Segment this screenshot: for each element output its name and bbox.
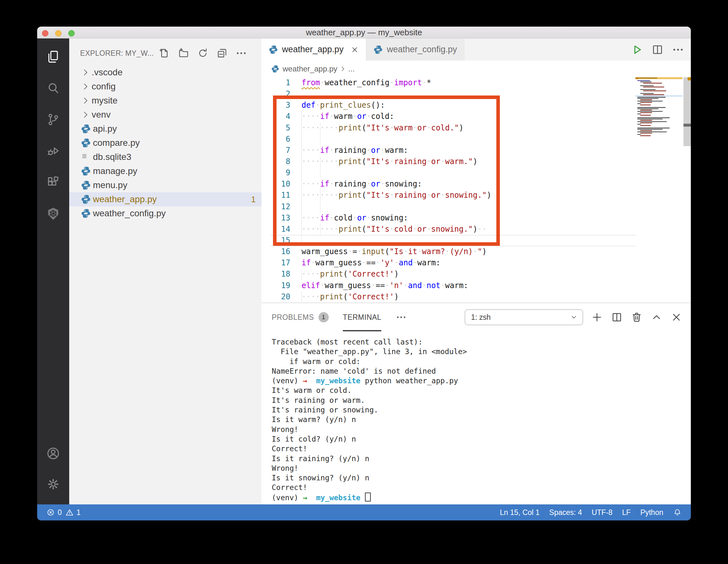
activity-item-run-debug[interactable] [46,144,61,158]
more-actions-button[interactable] [235,47,247,59]
activity-item-search[interactable] [46,81,61,95]
code-line-4[interactable]: 4····if·warm·or·cold: [261,111,691,122]
status-language-mode[interactable]: Python [640,508,663,517]
code-line-16[interactable]: 16warm_guess·=·input("Is·it·warm?·(y/n)·… [261,246,691,257]
shell-selector[interactable]: 1: zsh [465,309,583,325]
code-line-9[interactable]: 9 [261,167,691,178]
code-line-1[interactable]: 1from·weather_config·import·* [261,77,691,88]
minimap[interactable] [635,77,683,303]
panel-more-tabs-icon[interactable] [395,311,407,323]
kill-terminal-button[interactable] [631,311,643,323]
code-line-13[interactable]: 13····if·cold·or·snowing: [261,212,691,224]
activity-item-explorer[interactable] [46,49,61,64]
whitespace-dots: · [390,157,394,166]
code-line-12[interactable]: 12 [261,201,691,212]
code-line-11[interactable]: 11········print("It's·raining·or·snowing… [261,190,691,201]
close-panel-button[interactable] [670,311,683,323]
panel-tab-terminal[interactable]: TERMINAL [343,303,381,331]
new-terminal-button[interactable] [591,311,603,323]
editor[interactable]: 1from·weather_config·import·*23def·print… [261,77,691,303]
refresh-button[interactable] [197,47,209,59]
tree-item-menu-py[interactable]: menu.py [69,178,261,192]
code-token: "It's [366,123,389,132]
code-line-8[interactable]: 8········print("It's·raining·or·warm.") [261,156,691,167]
code-token: it [408,247,417,256]
editor-tab-weather_app-py[interactable]: weather_app.py [261,38,366,61]
breadcrumb-file[interactable]: weather_app.py [283,64,337,73]
activity-item-kubernetes[interactable] [46,206,61,221]
code-token: " [477,247,482,256]
whitespace-dots: · [426,225,431,234]
status-errors[interactable]: 0 [46,508,62,517]
whitespace-dots: · [441,157,445,166]
tree-item-api-py[interactable]: api.py [69,122,261,136]
close-tab-icon[interactable] [351,46,359,54]
tree-item--vscode[interactable]: .vscode [69,65,261,79]
terminal-output[interactable]: Traceback (most recent call last): File … [261,331,691,504]
minimap-line [637,121,667,122]
split-editor-button[interactable] [651,43,664,56]
whitespace-dots: · [320,78,325,87]
breadcrumb-more[interactable]: ... [348,64,355,73]
code-line-2[interactable]: 2 [261,88,691,100]
code-token: if [320,213,329,222]
whitespace-dots: · [441,281,445,290]
terminal-line: Is it cold? (y/n) n [272,434,691,444]
activity-item-settings[interactable] [46,477,61,492]
terminal-text: Correct! [272,444,307,453]
editor-tab-weather_config-py[interactable]: weather_config.py [366,38,464,61]
tree-item-manage-py[interactable]: manage.py [69,164,261,178]
code-line-15[interactable]: 15 [261,235,691,246]
run-file-button[interactable] [631,43,643,56]
tree-item-weather_app-py[interactable]: weather_app.py1 [69,192,261,206]
maximize-panel-button[interactable] [650,311,663,323]
activity-item-source-control[interactable] [46,112,61,127]
explorer-header: EXPLORER: MY_W... [69,38,261,65]
code-line-3[interactable]: 3def·print_clues(): [261,100,691,111]
status-eol[interactable]: LF [622,508,631,517]
code-line-10[interactable]: 10····if·raining·or·snowing: [261,178,691,190]
code-token: warm_guess [315,258,362,267]
close-window-button[interactable] [42,30,48,37]
activity-item-extensions[interactable] [46,175,61,190]
scrollbar-thumb[interactable] [683,77,691,146]
tree-item-weather_config-py[interactable]: weather_config.py [69,206,261,220]
code-line-20[interactable]: 20····print('Correct!') [261,291,691,303]
code-token: print_clues [320,101,371,110]
tree-item-compare-py[interactable]: compare.py [69,136,261,150]
terminal-text: Is it cold? (y/n) n [272,435,356,443]
minimize-window-button[interactable] [55,30,62,37]
activity-item-account[interactable] [46,446,61,461]
status-cursor-position[interactable]: Ln 15, Col 1 [500,508,540,517]
zoom-window-button[interactable] [68,30,75,37]
split-terminal-button[interactable] [611,311,623,323]
code-line-17[interactable]: 17if·warm_guess·==·'y'·and·warm: [261,257,691,269]
code-line-6[interactable]: 6 [261,134,691,145]
status-encoding[interactable]: UTF-8 [591,508,612,517]
code-line-18[interactable]: 18····print('Correct!') [261,269,691,280]
window-controls [42,30,75,37]
code-line-5[interactable]: 5········print("It's·warm·or·cold.") [261,122,691,134]
code-line-19[interactable]: 19elif·warm_guess·==·'n'·and·not·warm: [261,280,691,291]
status-warnings[interactable]: 1 [65,508,81,517]
terminal-line: if warm or cold: [272,357,691,366]
breadcrumb[interactable]: weather_app.py ... [261,61,691,77]
code-line-7[interactable]: 7····if·raining·or·warm: [261,145,691,156]
tree-item-config[interactable]: config [69,79,261,94]
code-token: print [320,270,343,278]
panel-tab-problems[interactable]: PROBLEMS 1 [272,303,329,331]
new-folder-button[interactable] [178,47,190,59]
editor-scrollbar[interactable] [683,77,691,303]
collapse-all-button[interactable] [216,47,228,59]
tree-item-venv[interactable]: venv [69,108,261,122]
titlebar[interactable]: weather_app.py — my_website [37,27,691,38]
tree-item-db-sqlite3[interactable]: db.sqlite3 [69,150,261,164]
code-token: == [366,258,376,267]
indent-guide [302,111,302,122]
new-file-button[interactable] [158,47,170,59]
code-line-14[interactable]: 14········print("It's·cold·or·snowing.")… [261,224,691,235]
more-editor-actions-button[interactable] [672,43,684,56]
status-notifications[interactable] [673,508,682,517]
tree-item-mysite[interactable]: mysite [69,94,261,108]
status-indentation[interactable]: Spaces: 4 [549,508,582,517]
